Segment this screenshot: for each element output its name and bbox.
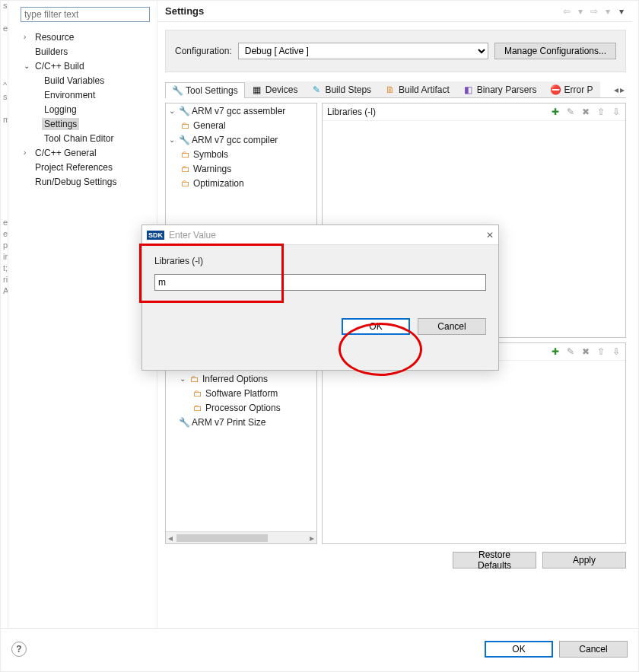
edit-icon[interactable]: ✎: [564, 346, 577, 358]
tree-builders[interactable]: Builders: [22, 44, 157, 59]
wrench-icon: 🔧: [172, 85, 183, 96]
nav-icons: ⇦ ▾ ⇨ ▾ ▾: [561, 6, 628, 17]
tree-environment[interactable]: Environment: [22, 88, 157, 102]
nav-fwd-menu-icon[interactable]: ▾: [602, 6, 614, 17]
ok-button[interactable]: OK: [485, 641, 553, 658]
tab-left-icon[interactable]: ◂: [614, 84, 618, 95]
folder-icon: 🗀: [180, 163, 192, 175]
tree-build[interactable]: ⌄C/C++ Build: [22, 59, 157, 73]
edit-icon[interactable]: ✎: [564, 106, 577, 118]
down-icon[interactable]: ⇩: [610, 106, 622, 118]
tn-sw-platform[interactable]: 🗀Software Platform: [166, 386, 316, 400]
tn-asm-general[interactable]: 🗀General: [166, 118, 316, 132]
libpath-panel: ✚ ✎ ✖ ⇧ ⇩: [322, 342, 626, 544]
manage-configs-button[interactable]: Manage Configurations...: [494, 43, 616, 59]
tab-binary-parsers[interactable]: ◧Binary Parsers: [456, 81, 544, 97]
libpath-list[interactable]: [323, 360, 625, 543]
folder-icon: 🗀: [192, 387, 204, 400]
tn-inferred[interactable]: ⌄🗀Inferred Options: [166, 371, 316, 386]
tool-icon: 🔧: [178, 105, 190, 117]
tool-tree-scrollbar[interactable]: ◂▸: [166, 531, 316, 543]
tool-icon: 🔧: [178, 416, 190, 428]
dialog-ok-button[interactable]: OK: [342, 318, 410, 335]
tab-bar: 🔧Tool Settings ▦Devices ✎Build Steps 🗎Bu…: [165, 81, 626, 98]
folder-icon: 🗀: [192, 402, 204, 414]
tn-compiler[interactable]: ⌄🔧ARM v7 gcc compiler: [166, 132, 316, 147]
artifact-icon: 🗎: [385, 84, 396, 95]
tab-right-icon[interactable]: ▸: [620, 84, 625, 95]
nav-back-icon[interactable]: ⇦: [561, 6, 573, 17]
help-icon[interactable]: ?: [11, 642, 27, 657]
tree-build-vars[interactable]: Build Variables: [22, 73, 157, 88]
tn-print-size[interactable]: ⌄🔧ARM v7 Print Size: [166, 415, 316, 429]
restore-defaults-button[interactable]: Restore Defaults: [453, 552, 536, 568]
enter-value-dialog: SDK Enter Value ✕ Libraries (-l) OK Canc…: [141, 225, 499, 371]
nav-fwd-icon[interactable]: ⇨: [588, 6, 600, 17]
tool-icon: 🔧: [178, 134, 190, 146]
nav-back-menu-icon[interactable]: ▾: [574, 6, 587, 17]
tree-refs[interactable]: Project References: [22, 160, 157, 174]
tree-toolchain[interactable]: Tool Chain Editor: [22, 131, 157, 145]
libraries-title: Libraries (-l): [327, 107, 549, 117]
config-select[interactable]: Debug [ Active ]: [238, 43, 488, 59]
tab-build-steps[interactable]: ✎Build Steps: [304, 81, 378, 97]
cancel-button[interactable]: Cancel: [559, 641, 628, 658]
folder-icon: 🗀: [180, 148, 192, 161]
tn-warnings[interactable]: 🗀Warnings: [166, 161, 316, 176]
delete-icon[interactable]: ✖: [580, 106, 592, 118]
tab-devices[interactable]: ▦Devices: [245, 81, 305, 97]
category-tree: ›Resource Builders ⌄C/C++ Build Build Va…: [11, 25, 157, 189]
dialog-label: Libraries (-l): [154, 256, 486, 266]
error-icon: ⛔: [551, 84, 561, 95]
sdk-icon: SDK: [147, 231, 164, 240]
tree-rundebug[interactable]: Run/Debug Settings: [22, 174, 157, 189]
tn-optimization[interactable]: 🗀Optimization: [166, 176, 316, 190]
tn-symbols[interactable]: 🗀Symbols: [166, 147, 316, 161]
tab-error-parsers[interactable]: ⛔Error P: [544, 81, 600, 97]
binary-icon: ◧: [463, 84, 474, 95]
add-icon[interactable]: ✚: [549, 106, 561, 118]
tree-settings[interactable]: Settings: [22, 116, 157, 131]
page-title: Settings: [165, 5, 561, 17]
tn-assembler[interactable]: ⌄🔧ARM v7 gcc assembler: [166, 104, 316, 118]
close-icon[interactable]: ✕: [486, 230, 494, 240]
steps-icon: ✎: [311, 84, 322, 95]
folder-icon: 🗀: [180, 119, 192, 132]
chip-icon: ▦: [252, 84, 262, 95]
config-label: Configuration:: [175, 46, 232, 56]
up-icon[interactable]: ⇧: [595, 106, 607, 118]
tree-logging[interactable]: Logging: [22, 102, 157, 116]
folder-icon: 🗀: [189, 373, 201, 385]
folder-icon: 🗀: [180, 177, 192, 189]
delete-icon[interactable]: ✖: [580, 346, 592, 358]
tab-tool-settings[interactable]: 🔧Tool Settings: [165, 82, 245, 98]
nav-menu-icon[interactable]: ▾: [615, 6, 628, 17]
tree-general[interactable]: ›C/C++ General: [22, 145, 157, 160]
dialog-input[interactable]: [154, 274, 486, 291]
filter-input[interactable]: [21, 7, 150, 22]
down-icon[interactable]: ⇩: [610, 346, 622, 358]
tab-build-artifact[interactable]: 🗎Build Artifact: [378, 81, 456, 97]
dialog-title: Enter Value: [169, 230, 216, 240]
dialog-cancel-button[interactable]: Cancel: [418, 318, 486, 335]
add-icon[interactable]: ✚: [549, 346, 561, 358]
up-icon[interactable]: ⇧: [595, 346, 607, 358]
apply-button[interactable]: Apply: [542, 552, 626, 568]
tn-proc-opts[interactable]: 🗀Processor Options: [166, 400, 316, 415]
tree-resource[interactable]: ›Resource: [22, 30, 157, 44]
